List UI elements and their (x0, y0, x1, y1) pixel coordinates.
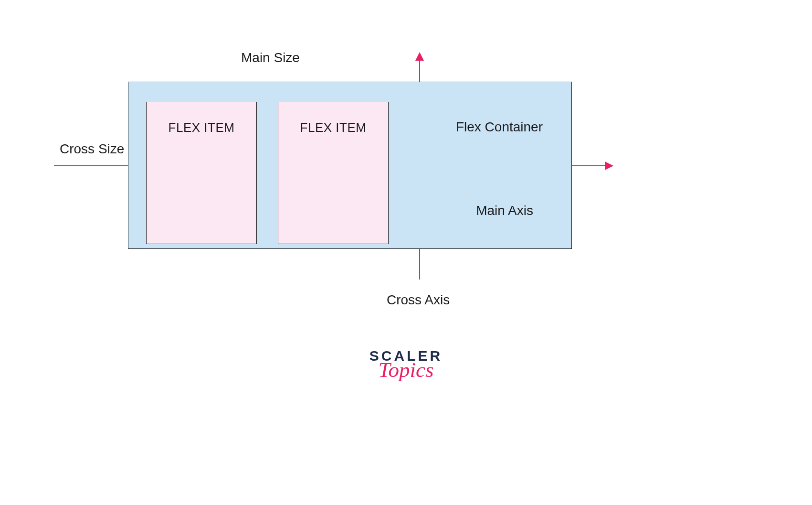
logo-sub-text: Topics (369, 359, 443, 381)
scaler-topics-logo: SCALER Topics (369, 349, 443, 381)
flex-container-box: FLEX ITEM FLEX ITEM Flex Container Main … (128, 82, 572, 249)
main-size-label: Main Size (241, 50, 300, 65)
cross-axis-arrowhead-icon (415, 52, 424, 61)
main-axis-label: Main Axis (476, 203, 533, 218)
flex-item-box: FLEX ITEM (146, 102, 257, 244)
flex-container-label: Flex Container (456, 119, 543, 135)
flexbox-diagram: Main Size Cross Size FLEX ITEM FLEX ITEM… (0, 0, 812, 505)
flex-item-label: FLEX ITEM (300, 120, 367, 135)
cross-size-label: Cross Size (60, 141, 124, 157)
main-axis-arrowhead-icon (605, 161, 613, 170)
flex-item-box: FLEX ITEM (278, 102, 389, 244)
flex-item-label: FLEX ITEM (169, 120, 235, 135)
cross-axis-label: Cross Axis (387, 292, 450, 308)
